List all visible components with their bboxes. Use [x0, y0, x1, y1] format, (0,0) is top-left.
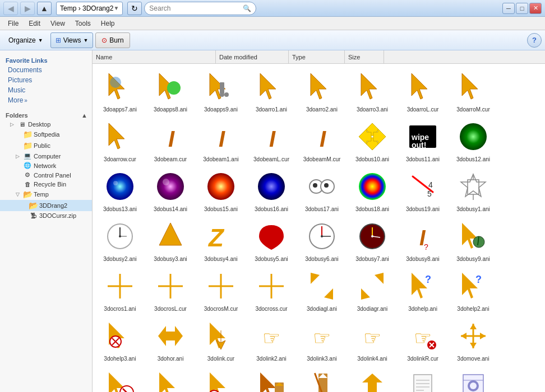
file-name: 3dobeamL.cur	[253, 156, 289, 163]
file-item[interactable]: 3dobusy5.ani	[246, 216, 297, 265]
favorite-links-header[interactable]: Favorite Links	[0, 55, 92, 65]
file-item[interactable]: 3doarro3.ani	[347, 66, 398, 116]
maximize-button[interactable]: □	[516, 3, 528, 14]
back-button[interactable]: ◀	[3, 2, 18, 15]
search-box[interactable]: 🔍	[144, 2, 256, 15]
file-item[interactable]: 3doarroL.cur	[398, 66, 448, 116]
menu-view[interactable]: View	[46, 18, 70, 29]
file-item[interactable]: 3dobusy1.ani	[448, 166, 498, 216]
file-item[interactable]: 3docrosM.cur	[196, 265, 246, 315]
file-item[interactable]: ☞ 3dolink3.ani	[297, 315, 347, 365]
file-item[interactable]: I 3dobeam.cur	[145, 116, 196, 166]
close-button[interactable]: ✕	[529, 3, 542, 14]
file-icon	[203, 169, 239, 204]
help-button[interactable]: ?	[527, 33, 542, 48]
address-dropdown-arrow[interactable]: ▼	[113, 5, 119, 11]
svg-marker-67	[324, 288, 333, 300]
file-item[interactable]: 3dobus16.ani	[246, 166, 297, 216]
file-item[interactable]: 3dohelp3.ani	[95, 315, 145, 365]
file-item[interactable]: Z 3dobusy4.ani	[196, 216, 246, 265]
refresh-button[interactable]: ↻	[127, 2, 142, 15]
file-item[interactable]: 3docross.cur	[246, 265, 297, 315]
tree-item-network[interactable]: 🌐 Network	[0, 161, 92, 170]
file-item[interactable]: file_id.diz	[398, 365, 448, 392]
col-header-name[interactable]: Name	[93, 50, 216, 63]
file-item[interactable]: 3dovert.ani	[347, 365, 398, 392]
file-item[interactable]: INSTAL3O...	[448, 365, 498, 392]
tree-item-3docursr-zip[interactable]: 🗜 3DOCursr.zip	[0, 211, 92, 220]
views-button[interactable]: ⊞ Views ▼	[50, 32, 94, 48]
col-header-date[interactable]: Date modified	[216, 50, 289, 63]
file-item[interactable]: 3docrosL.cur	[145, 265, 196, 315]
file-item[interactable]: 3doarro1.ani	[246, 66, 297, 116]
tree-item-public[interactable]: 📁 Public	[0, 140, 92, 151]
file-item[interactable]: 3dolink.cur	[196, 315, 246, 365]
file-item[interactable]: 3dobus14.ani	[145, 166, 196, 216]
file-item[interactable]: I 3dobeam1.ani	[196, 116, 246, 166]
tree-item-desktop[interactable]: ▷ 🖥 Desktop	[0, 120, 92, 129]
folders-header[interactable]: Folders ▲	[0, 110, 92, 120]
file-item[interactable]: 3dobus15.ani	[196, 166, 246, 216]
file-item[interactable]: wipeout! 3dobus11.ani	[398, 116, 448, 166]
tree-item-temp[interactable]: ▽ 📂 Temp	[0, 189, 92, 200]
menu-tools[interactable]: Tools	[71, 18, 95, 29]
file-item[interactable]: 3dohor.ani	[145, 315, 196, 365]
burn-button[interactable]: ⊙ Burn	[95, 32, 130, 48]
file-item[interactable]: No 3dono2.ani	[145, 365, 196, 392]
file-item[interactable]: 3doarro2.ani	[297, 66, 347, 116]
file-item[interactable]: ☞ 3dolink2.ani	[246, 315, 297, 365]
menu-file[interactable]: File	[3, 18, 23, 29]
sidebar-item-documents[interactable]: Documents	[0, 65, 92, 75]
file-item[interactable]: 45 3dobus19.ani	[398, 166, 448, 216]
sidebar-more-link[interactable]: More »	[0, 95, 92, 105]
file-item[interactable]: 3dobus13.ani	[95, 166, 145, 216]
file-item[interactable]: 3dobusy3.ani	[145, 216, 196, 265]
file-item[interactable]: 3dobus12.ani	[448, 116, 498, 166]
file-item[interactable]: 3dopen.ani	[246, 365, 297, 392]
file-item[interactable]: 3doapps9.ani	[196, 66, 246, 116]
file-item[interactable]: 3doarroM.cur	[448, 66, 498, 116]
col-header-type[interactable]: Type	[289, 50, 345, 63]
file-item[interactable]: 3dopen2.ani	[297, 365, 347, 392]
minimize-button[interactable]: ─	[502, 3, 515, 14]
file-item[interactable]: ? 3dohelp.ani	[398, 265, 448, 315]
file-item[interactable]: 3dobus18.ani	[347, 166, 398, 216]
file-item[interactable]: 3dono.ani	[95, 365, 145, 392]
up-button[interactable]: ▲	[37, 2, 52, 15]
forward-button[interactable]: ▶	[20, 2, 35, 15]
tree-item-computer[interactable]: ▷ 💻 Computer	[0, 151, 92, 161]
menu-help[interactable]: Help	[96, 18, 119, 29]
tree-item-recycle-bin[interactable]: 🗑 Recycle Bin	[0, 180, 92, 189]
file-item[interactable]: 3dobusy2.ani	[95, 216, 145, 265]
file-item[interactable]: 3dono3.ani	[196, 365, 246, 392]
file-item[interactable]: ☞ 3dolinkR.cur	[398, 315, 448, 365]
file-item[interactable]: 3doapps8.ani	[145, 66, 196, 116]
organize-button[interactable]: Organize ▼	[3, 32, 48, 48]
file-item[interactable]: 3docros1.ani	[95, 265, 145, 315]
tree-item-3ddrang2[interactable]: 📂 3DDrang2	[0, 200, 92, 211]
file-item[interactable]: ☞ 3dolink4.ani	[347, 315, 398, 365]
file-item[interactable]: 3dobusy7.ani	[347, 216, 398, 265]
menu-edit[interactable]: Edit	[24, 18, 45, 29]
tree-item-softpedia[interactable]: 📁 Softpedia	[0, 129, 92, 140]
tree-item-control-panel[interactable]: ⚙ Control Panel	[0, 170, 92, 180]
file-item[interactable]: 3dobus10.ani	[347, 116, 398, 166]
file-item[interactable]: ? 3dohelp2.ani	[448, 265, 498, 315]
file-item[interactable]: 3dobus17.ani	[297, 166, 347, 216]
file-item[interactable]: 3domove.ani	[448, 315, 498, 365]
col-header-size[interactable]: Size	[345, 50, 384, 63]
file-item[interactable]: 3doapps7.ani	[95, 66, 145, 116]
file-item[interactable]: I 3dobeamM.cur	[297, 116, 347, 166]
file-item[interactable]: 3dodiagl.ani	[297, 265, 347, 315]
sidebar-item-pictures[interactable]: Pictures	[0, 75, 92, 85]
search-input[interactable]	[149, 4, 241, 12]
file-item[interactable]: 3dobusy6.ani	[297, 216, 347, 265]
sidebar-item-music[interactable]: Music	[0, 85, 92, 95]
file-name: 3dobus14.ani	[154, 206, 187, 213]
file-item[interactable]: 3dodiagr.ani	[347, 265, 398, 315]
file-item[interactable]: 3doarrow.cur	[95, 116, 145, 166]
address-bar[interactable]: Temp › 3DOrang2 ▼	[56, 2, 123, 15]
file-item[interactable]: I 3dobeamL.cur	[246, 116, 297, 166]
file-item[interactable]: 3dobusy9.ani	[448, 216, 498, 265]
file-item[interactable]: I? 3dobusy8.ani	[398, 216, 448, 265]
